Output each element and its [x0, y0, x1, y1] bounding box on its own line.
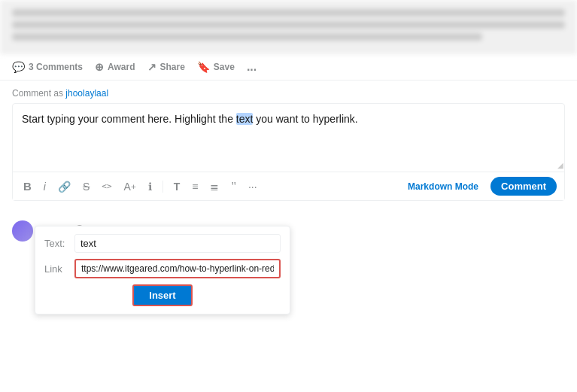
- textarea-text-after: you want to hyperlink.: [253, 113, 357, 125]
- popup-link-label: Link: [44, 263, 74, 275]
- popup-insert-button[interactable]: Insert: [132, 284, 192, 306]
- list-ordered-button[interactable]: ≣: [207, 179, 222, 194]
- blurred-line: [12, 33, 482, 41]
- comments-icon: 💬: [12, 61, 25, 73]
- comment-submit-button[interactable]: Comment: [490, 177, 557, 196]
- heading-button[interactable]: T: [171, 179, 184, 194]
- popup-text-input[interactable]: [74, 234, 281, 253]
- blurred-line: [12, 9, 565, 17]
- comment-section: Comment as jhoolaylaal Start typing your…: [0, 81, 577, 208]
- textarea-text-before: Start typing your comment here. Highligh…: [22, 113, 236, 125]
- share-button[interactable]: ↗ Share: [147, 61, 185, 73]
- share-label: Share: [160, 62, 185, 72]
- strikethrough-button[interactable]: S: [80, 179, 93, 194]
- save-button[interactable]: 🔖 Save: [197, 61, 235, 73]
- info-button[interactable]: ℹ: [145, 179, 155, 194]
- comment-box-wrapper: Start typing your comment here. Highligh…: [12, 103, 565, 201]
- popup-text-label: Text:: [44, 238, 74, 249]
- avatar: [12, 220, 33, 242]
- highlighted-word: text: [236, 113, 254, 125]
- bold-button[interactable]: B: [20, 178, 35, 194]
- comments-label: 3 Comments: [29, 62, 83, 72]
- formatting-toolbar: B i 🔗 S <> A+ ℹ T ≡ ≣ " ··· Markdown Mod…: [13, 172, 564, 200]
- share-icon: ↗: [147, 61, 156, 73]
- blurred-post-content: [0, 0, 577, 54]
- comment-as-label: Comment as jhoolaylaal: [12, 88, 565, 99]
- list-unordered-button[interactable]: ≡: [189, 179, 201, 194]
- superscript-button[interactable]: A+: [121, 179, 139, 194]
- blurred-line: [12, 21, 565, 29]
- more-label: ...: [247, 60, 257, 74]
- page-wrapper: 💬 3 Comments ⊕ Award ↗ Share 🔖 Save ... …: [0, 0, 577, 392]
- blockquote-button[interactable]: ": [228, 178, 239, 195]
- resize-handle[interactable]: ◢: [555, 163, 564, 172]
- popup-link-input[interactable]: [74, 259, 281, 278]
- link-button[interactable]: 🔗: [55, 179, 74, 194]
- comments-button[interactable]: 💬 3 Comments: [12, 61, 83, 73]
- popup-link-row: Link: [44, 259, 281, 278]
- save-icon: 🔖: [197, 61, 210, 73]
- save-label: Save: [214, 62, 235, 72]
- more-actions-button[interactable]: ...: [247, 60, 257, 74]
- popup-text-row: Text:: [44, 234, 281, 253]
- more-formatting-button[interactable]: ···: [245, 179, 260, 194]
- award-label: Award: [108, 62, 135, 72]
- code-inline-button[interactable]: <>: [99, 180, 114, 193]
- hyperlink-popup: Text: Link Insert: [35, 226, 290, 315]
- award-icon: ⊕: [95, 61, 104, 73]
- italic-button[interactable]: i: [41, 179, 49, 194]
- toolbar-separator: [162, 181, 163, 193]
- markdown-mode-button[interactable]: Markdown Mode: [402, 178, 484, 195]
- action-bar: 💬 3 Comments ⊕ Award ↗ Share 🔖 Save ...: [0, 54, 577, 81]
- comment-textarea-display: Start typing your comment here. Highligh…: [13, 104, 564, 172]
- username-link[interactable]: jhoolaylaal: [65, 88, 108, 99]
- award-button[interactable]: ⊕ Award: [95, 61, 135, 73]
